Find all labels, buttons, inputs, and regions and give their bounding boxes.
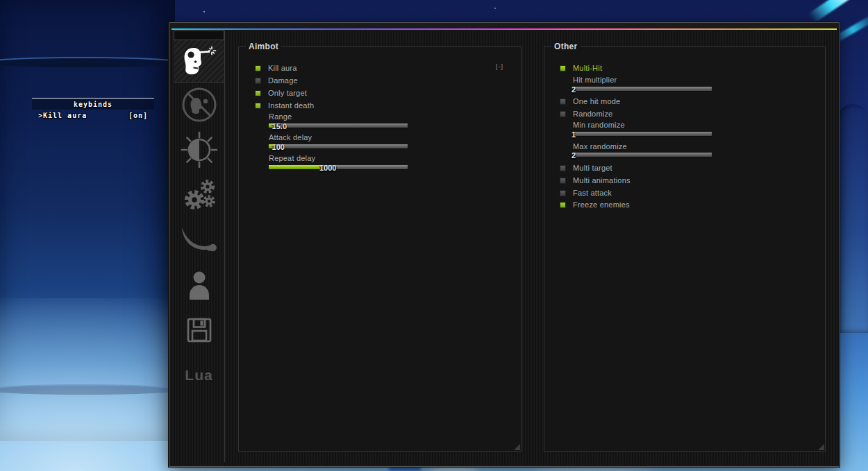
slider-label: Repeat delay xyxy=(269,154,315,162)
repeat-delay-slider[interactable]: 1000 xyxy=(269,165,408,169)
keybinds-header: keybinds xyxy=(32,98,154,110)
no-target-icon xyxy=(181,86,218,123)
slider-value: 100 xyxy=(272,143,285,151)
multi-hit-checkbox[interactable] xyxy=(560,66,565,71)
checkbox-row[interactable]: Multi target xyxy=(560,164,612,172)
damage-checkbox[interactable] xyxy=(256,78,260,83)
max-randomize-slider[interactable]: 2 xyxy=(573,153,712,157)
attack-delay-slider[interactable]: 100 xyxy=(269,144,408,148)
screen: keybinds >Kill aura [on] xyxy=(0,0,868,471)
tab-player[interactable] xyxy=(174,262,224,307)
checkbox-label[interactable]: Randomize xyxy=(573,110,612,118)
checkbox-label[interactable]: Only target xyxy=(268,89,307,97)
slider-label: Min randomize xyxy=(573,121,625,129)
slider-value: 2 xyxy=(571,85,576,94)
slider-label: Max randomize xyxy=(573,142,627,151)
slider-value: 1 xyxy=(571,130,576,139)
slider-value: 2 xyxy=(571,151,576,160)
glow-blob xyxy=(429,466,478,471)
resize-grip[interactable] xyxy=(514,444,520,450)
tab-knife[interactable] xyxy=(174,217,224,262)
checkbox-label[interactable]: Multi animations xyxy=(573,176,631,185)
checkbox-row[interactable]: Fast attack xyxy=(560,189,612,197)
keybinds-title: keybinds xyxy=(74,101,112,108)
resize-grip[interactable] xyxy=(818,444,824,450)
slider-value: 15.0 xyxy=(272,122,287,130)
slider-fill xyxy=(269,165,323,169)
checkbox-row[interactable]: Kill aura xyxy=(256,64,297,72)
aimbot-head-icon xyxy=(182,46,217,76)
keybind-label: >Kill aura xyxy=(38,112,87,121)
slider-label: Attack delay xyxy=(269,133,312,142)
randomize-checkbox[interactable] xyxy=(560,112,565,117)
tab-lua[interactable]: Lua xyxy=(174,352,224,397)
star xyxy=(203,11,205,12)
collapse-button[interactable]: [-] xyxy=(496,63,503,70)
accent-gradient-bar xyxy=(172,28,837,30)
gears-icon xyxy=(181,176,218,214)
panel-other: Other Multi-Hit Hit multiplier 2 One hit… xyxy=(544,46,826,452)
only-target-checkbox[interactable] xyxy=(256,91,260,96)
background-arch xyxy=(837,104,868,333)
checkbox-label[interactable]: Kill aura xyxy=(268,64,297,72)
tab-visuals[interactable] xyxy=(174,127,224,172)
slider-value: 1000 xyxy=(319,164,336,172)
sidebar-top-box xyxy=(174,31,224,40)
sidebar-separator xyxy=(224,31,225,462)
tab-aimbot[interactable] xyxy=(174,40,224,83)
save-icon xyxy=(185,316,213,344)
brightness-icon xyxy=(179,130,219,170)
checkbox-label[interactable]: Fast attack xyxy=(573,189,612,197)
tab-settings[interactable] xyxy=(174,172,224,217)
checkbox-row[interactable]: Randomize xyxy=(560,110,612,118)
glow-blob xyxy=(389,466,421,471)
checkbox-row[interactable]: Multi animations xyxy=(560,176,631,185)
slider-label: Range xyxy=(269,112,292,121)
checkbox-row[interactable]: Only target xyxy=(256,89,307,97)
keybind-state: [on] xyxy=(128,112,148,121)
checkbox-label[interactable]: Instant death xyxy=(268,101,314,110)
knife-icon xyxy=(180,226,219,254)
one-hit-mode-checkbox[interactable] xyxy=(560,99,565,104)
lua-tab-label: Lua xyxy=(185,367,212,384)
cheat-menu-window: Lua Aimbot [-] Kill aura Damage Only tar… xyxy=(169,22,840,467)
kill-aura-checkbox[interactable] xyxy=(256,66,260,71)
range-slider[interactable]: 15.0 xyxy=(269,123,408,128)
checkbox-label[interactable]: One hit mode xyxy=(573,97,620,105)
hit-multiplier-slider[interactable]: 2 xyxy=(573,87,712,91)
panel-title: Aimbot xyxy=(246,42,281,51)
player-icon xyxy=(183,269,215,301)
checkbox-label[interactable]: Freeze enemies xyxy=(573,200,630,209)
freeze-enemies-checkbox[interactable] xyxy=(560,203,565,207)
keybind-row: >Kill aura [on] xyxy=(32,112,154,121)
star xyxy=(494,8,496,9)
tab-save[interactable] xyxy=(174,307,224,352)
panel-aimbot: Aimbot [-] Kill aura Damage Only target … xyxy=(238,46,521,452)
tab-no-target[interactable] xyxy=(174,82,224,127)
checkbox-label[interactable]: Multi target xyxy=(573,164,612,172)
min-randomize-slider[interactable]: 1 xyxy=(573,132,712,136)
checkbox-label[interactable]: Damage xyxy=(268,76,298,85)
multi-target-checkbox[interactable] xyxy=(560,166,565,171)
panel-title: Other xyxy=(551,42,581,51)
fast-attack-checkbox[interactable] xyxy=(560,191,565,196)
checkbox-row[interactable]: Instant death xyxy=(256,101,314,110)
checkbox-row[interactable]: Damage xyxy=(256,76,298,85)
checkbox-row[interactable]: One hit mode xyxy=(560,97,620,105)
checkbox-row[interactable]: Freeze enemies xyxy=(560,200,630,209)
checkbox-row[interactable]: Multi-Hit xyxy=(560,64,602,72)
window-header[interactable] xyxy=(169,23,839,28)
multi-animations-checkbox[interactable] xyxy=(560,178,565,183)
instant-death-checkbox[interactable] xyxy=(256,103,260,108)
glow-blob xyxy=(535,467,653,471)
checkbox-label[interactable]: Multi-Hit xyxy=(573,64,602,72)
slider-label: Hit multiplier xyxy=(573,76,617,84)
